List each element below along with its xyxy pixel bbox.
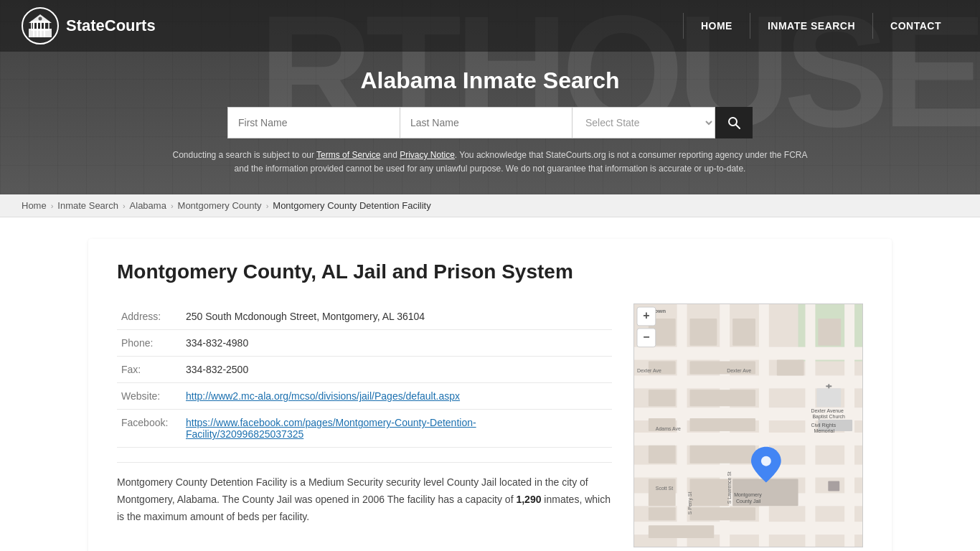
- svg-text:Adams Ave: Adams Ave: [656, 426, 681, 431]
- search-icon: [727, 116, 741, 130]
- svg-rect-17: [634, 465, 862, 478]
- last-name-input[interactable]: [400, 107, 572, 138]
- svg-rect-22: [759, 304, 769, 547]
- info-layout: Address: 250 South Mcdonough Street, Mon…: [117, 303, 863, 547]
- info-right: Dexter Avenue Baptist Church Civil Right…: [633, 303, 863, 547]
- breadcrumb-sep-4: ›: [266, 202, 269, 210]
- page-card: Montgomery County, AL Jail and Prison Sy…: [88, 239, 892, 551]
- table-row: Website: http://www2.mc-ala.org/mcso/div…: [117, 383, 612, 410]
- info-table: Address: 250 South Mcdonough Street, Mon…: [117, 303, 612, 448]
- privacy-link[interactable]: Privacy Notice: [400, 150, 455, 160]
- table-row: Facebook: https://www.facebook.com/pages…: [117, 410, 612, 448]
- logo-icon: [22, 7, 59, 44]
- svg-rect-47: [828, 481, 839, 491]
- svg-text:+: +: [643, 309, 649, 321]
- svg-rect-33: [690, 390, 755, 407]
- svg-text:Montgomery: Montgomery: [734, 493, 762, 499]
- svg-line-10: [736, 125, 740, 129]
- search-button[interactable]: [715, 107, 753, 138]
- search-bar: Select State Alabama Alaska Arizona Arka…: [14, 107, 966, 138]
- breadcrumb-sep-1: ›: [51, 202, 54, 210]
- hero-title: Alabama Inmate Search: [14, 67, 966, 94]
- site-logo-text: StateCourts: [66, 17, 156, 35]
- facebook-link[interactable]: https://www.facebook.com/pages/Montgomer…: [186, 417, 476, 440]
- hero-content: Alabama Inmate Search Select State Alaba…: [0, 52, 980, 183]
- breadcrumb-sep-3: ›: [171, 202, 174, 210]
- svg-text:S Lawrence St: S Lawrence St: [727, 471, 732, 504]
- breadcrumb-inmate-search[interactable]: Inmate Search: [57, 200, 118, 211]
- map-container: Dexter Avenue Baptist Church Civil Right…: [633, 303, 863, 547]
- field-label-fax: Fax:: [117, 357, 182, 383]
- hero-disclaimer: Conducting a search is subject to our Te…: [167, 149, 813, 176]
- svg-rect-53: [690, 508, 755, 521]
- svg-text:Civil Rights: Civil Rights: [811, 423, 836, 428]
- breadcrumb-home[interactable]: Home: [22, 200, 47, 211]
- svg-rect-50: [649, 479, 676, 507]
- svg-rect-54: [649, 526, 714, 539]
- svg-rect-26: [690, 319, 717, 346]
- svg-rect-52: [649, 508, 676, 521]
- field-value-facebook: https://www.facebook.com/pages/Montgomer…: [182, 410, 612, 448]
- svg-rect-34: [816, 389, 841, 408]
- nav-home[interactable]: HOME: [683, 13, 750, 39]
- svg-text:S Perry St: S Perry St: [687, 492, 693, 515]
- field-label-address: Address:: [117, 303, 182, 330]
- capacity-value: 1,290: [516, 494, 541, 505]
- svg-rect-44: [649, 446, 676, 463]
- navbar: StateCourts HOME INMATE SEARCH CONTACT: [0, 0, 980, 52]
- breadcrumb-current: Montgomery County Detention Facility: [273, 200, 430, 211]
- svg-rect-27: [732, 319, 755, 346]
- facility-title: Montgomery County, AL Jail and Prison Sy…: [117, 260, 863, 283]
- svg-rect-28: [818, 319, 841, 346]
- main-container: Montgomery County, AL Jail and Prison Sy…: [60, 217, 920, 551]
- breadcrumb-alabama[interactable]: Alabama: [130, 200, 166, 211]
- svg-text:County Jail: County Jail: [736, 499, 761, 505]
- svg-rect-16: [634, 433, 862, 446]
- svg-rect-43: [690, 418, 755, 431]
- nav-inmate-search[interactable]: INMATE SEARCH: [750, 13, 872, 39]
- website-link[interactable]: http://www2.mc-ala.org/mcso/divisions/ja…: [186, 390, 460, 402]
- svg-rect-32: [649, 390, 676, 407]
- first-name-input[interactable]: [227, 107, 400, 138]
- svg-text:Baptist Church: Baptist Church: [812, 414, 845, 420]
- field-value-phone: 334-832-4980: [182, 330, 612, 357]
- field-label-facebook: Facebook:: [117, 410, 182, 448]
- svg-text:−: −: [643, 331, 649, 343]
- breadcrumb: Home › Inmate Search › Alabama › Montgom…: [0, 194, 980, 217]
- svg-rect-13: [634, 347, 862, 360]
- field-value-address: 250 South Mcdonough Street, Montgomery, …: [182, 303, 612, 330]
- svg-text:Dexter Ave: Dexter Ave: [727, 369, 751, 374]
- svg-text:Memorial: Memorial: [814, 428, 834, 433]
- state-select[interactable]: Select State Alabama Alaska Arizona Arka…: [572, 107, 715, 138]
- terms-link[interactable]: Terms of Service: [316, 150, 380, 160]
- field-value-fax: 334-832-2500: [182, 357, 612, 383]
- svg-text:Scott St: Scott St: [656, 486, 673, 491]
- field-label-website: Website:: [117, 383, 182, 410]
- svg-point-63: [761, 456, 771, 466]
- map-svg: Dexter Avenue Baptist Church Civil Right…: [634, 304, 862, 547]
- svg-rect-45: [690, 446, 755, 463]
- field-value-website: http://www2.mc-ala.org/mcso/divisions/ja…: [182, 383, 612, 410]
- field-label-phone: Phone:: [117, 330, 182, 357]
- table-row: Phone: 334-832-4980: [117, 330, 612, 357]
- info-left: Address: 250 South Mcdonough Street, Mon…: [117, 303, 612, 547]
- svg-text:Dexter Avenue: Dexter Avenue: [811, 408, 844, 413]
- breadcrumb-montgomery-county[interactable]: Montgomery County: [178, 200, 262, 211]
- table-row: Fax: 334-832-2500: [117, 357, 612, 383]
- facility-description: Montgomery County Detention Facility is …: [117, 462, 612, 525]
- breadcrumb-sep-2: ›: [123, 202, 126, 210]
- svg-point-8: [39, 17, 42, 21]
- nav-contact[interactable]: CONTACT: [872, 13, 958, 39]
- svg-text:Dexter Ave: Dexter Ave: [637, 369, 661, 374]
- nav-links: HOME INMATE SEARCH CONTACT: [683, 13, 958, 39]
- table-row: Address: 250 South Mcdonough Street, Mon…: [117, 303, 612, 330]
- svg-rect-51: [690, 479, 730, 507]
- svg-rect-31: [777, 360, 804, 376]
- logo-area: StateCourts: [22, 7, 156, 44]
- hero-section: RTHOUSE StateCourts HOME INMATE SEARCH C…: [0, 0, 980, 194]
